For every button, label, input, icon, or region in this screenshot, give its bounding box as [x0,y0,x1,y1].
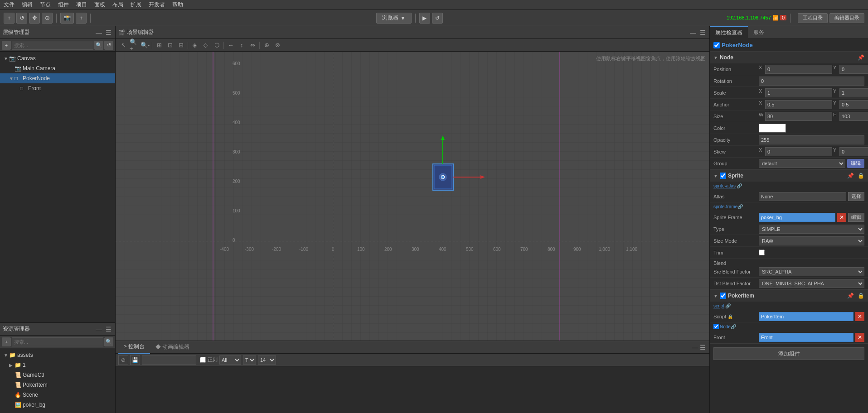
hierarchy-menu-btn[interactable]: ☰ [105,29,112,36]
opacity-input[interactable] [759,135,864,144]
script-clear-btn[interactable]: ✕ [855,312,864,321]
front-checkbox[interactable] [713,324,719,329]
menu-component[interactable]: 组件 [58,1,69,9]
reload-button[interactable]: ↺ [432,13,443,24]
menu-dev[interactable]: 开发者 [149,1,165,9]
scene-collapse-btn[interactable]: — [689,29,697,36]
asset-collapse-btn[interactable]: — [95,326,103,333]
icon-btn-1[interactable]: 📸 [60,13,74,24]
node-enabled-checkbox[interactable] [713,42,720,48]
group-edit-btn[interactable]: 编辑 [847,159,864,168]
anchor-x-input[interactable] [765,100,832,109]
bottom-collapse-btn[interactable]: — [691,344,699,351]
sprite-enabled-checkbox[interactable] [720,173,726,179]
sprite-frame-edit-btn[interactable]: 编辑 [848,213,864,222]
menu-help[interactable]: 帮助 [172,1,183,9]
sprite-frame-input[interactable] [759,213,835,222]
console-size-select[interactable]: 14 12 16 [258,355,276,365]
poker-item-section-header[interactable]: ▼ PokerItem 📌 🔒 [710,290,868,302]
position-x-input[interactable] [765,65,832,74]
tree-item-front[interactable]: □ Front [0,83,115,93]
color-picker[interactable] [759,124,786,133]
sprite-section-header[interactable]: ▼ Sprite 📌 🔒 [710,170,868,182]
asset-item-1[interactable]: ▶ 📁 1 [0,360,115,370]
tree-item-poker-node[interactable]: ▼ □ PokerNode [0,73,115,83]
size-h-input[interactable] [839,112,868,121]
console-clear-btn[interactable]: ⊘ [118,355,128,365]
type-select[interactable]: SIMPLE SLICED TILED FILLED [759,225,864,234]
scale-x-input[interactable] [765,88,832,97]
position-y-input[interactable] [839,65,868,74]
zoom-out-btn[interactable]: 🔍- [140,40,150,50]
console-save-btn[interactable]: 💾 [130,355,140,365]
refresh-btn[interactable]: ↺ [16,13,27,24]
asset-item-scene[interactable]: 🔥 Scene [0,390,115,400]
front-input[interactable] [759,333,853,342]
asset-search-input[interactable] [12,337,103,346]
tree-item-main-camera[interactable]: 📷 Main Camera [0,63,115,73]
asset-search-btn[interactable]: 🔍 [104,337,113,346]
animation-tab[interactable]: ◆ 动画编辑器 [150,341,195,354]
tool-10[interactable]: ⊕ [262,40,272,50]
console-font-select[interactable]: T [243,355,256,365]
console-level-select[interactable]: All Log Warn Error [219,355,241,365]
sprite-frame-clear-btn[interactable]: ✕ [837,213,846,222]
browser-button[interactable]: 浏览器 ▼ [376,13,412,24]
skew-x-input[interactable] [765,147,832,156]
menu-project[interactable]: 项目 [76,1,87,9]
anchor-y-input[interactable] [839,100,868,109]
atlas-tag[interactable]: sprite-atlas [713,183,736,188]
rotate-tool-btn[interactable]: ⊙ [42,13,53,24]
menu-edit[interactable]: 编辑 [22,1,33,9]
front-clear-btn[interactable]: ✕ [855,333,864,342]
tool-9[interactable]: ⇔ [247,40,257,50]
src-blend-select[interactable]: SRC_ALPHA ONE ZERO [759,267,864,276]
asset-item-poker-bg[interactable]: 🖼️ poker_bg [0,400,115,410]
atlas-input[interactable] [759,192,846,201]
menu-file[interactable]: 文件 [4,1,15,9]
script-input[interactable] [759,312,853,321]
zoom-in-btn[interactable]: 🔍+ [129,40,139,50]
tool-8[interactable]: ↕ [237,40,247,50]
menu-extend[interactable]: 扩展 [131,1,141,9]
hierarchy-collapse-btn[interactable]: — [95,29,103,36]
trim-checkbox[interactable] [759,250,765,255]
asset-menu-btn[interactable]: ☰ [105,326,112,333]
skew-y-input[interactable] [839,147,868,156]
select-tool-btn[interactable]: ↖ [118,40,128,50]
scale-y-input[interactable] [839,88,868,97]
add-node-btn[interactable]: + [4,13,15,24]
console-filter-input[interactable] [142,355,196,365]
scene-menu-btn[interactable]: ☰ [699,29,707,36]
play-button[interactable]: ▶ [419,13,430,24]
rotation-input[interactable] [759,77,864,86]
tool-6[interactable]: ⬡ [212,40,222,50]
node-tag[interactable]: Node [720,324,731,329]
hierarchy-add-btn[interactable]: + [2,41,11,50]
editor-dir-btn[interactable]: 编辑器目录 [829,13,864,23]
asset-item-gamectl[interactable]: 📜 GameCtl [0,370,115,380]
tool-11[interactable]: ⊗ [272,40,282,50]
node-section-header[interactable]: ▼ Node 📌 [710,52,868,63]
asset-item-pokeritem[interactable]: 📜 PokerItem [0,380,115,390]
tool-1[interactable]: ⊞ [154,40,164,50]
group-select[interactable]: default [759,159,845,168]
scene-canvas[interactable]: 使用鼠标右键平移视图窗焦点，使用滚轮缩放视图 [116,52,709,341]
script-tag[interactable]: script [713,303,724,308]
size-w-input[interactable] [765,112,832,121]
tool-2[interactable]: ⊡ [165,40,175,50]
move-tool-btn[interactable]: ✥ [29,13,40,24]
inspector-tab-service[interactable]: 服务 [748,26,770,39]
poker-item-enabled-checkbox[interactable] [720,293,726,299]
console-checkbox[interactable] [200,357,206,363]
project-dir-btn[interactable]: 工程目录 [798,13,828,23]
add-component-button[interactable]: 添加组件 [713,347,864,360]
hierarchy-search-btn[interactable]: 🔍 [94,41,103,50]
size-mode-select[interactable]: RAW TRIMMED CUSTOM [759,236,864,245]
tool-4[interactable]: ◈ [190,40,200,50]
tool-7[interactable]: ↔ [226,40,236,50]
asset-item-assets[interactable]: ▼ 📁 assets [0,350,115,360]
frame-tag[interactable]: sprite-frame [713,204,737,209]
asset-add-btn[interactable]: + [2,337,11,346]
menu-layout[interactable]: 布局 [112,1,123,9]
